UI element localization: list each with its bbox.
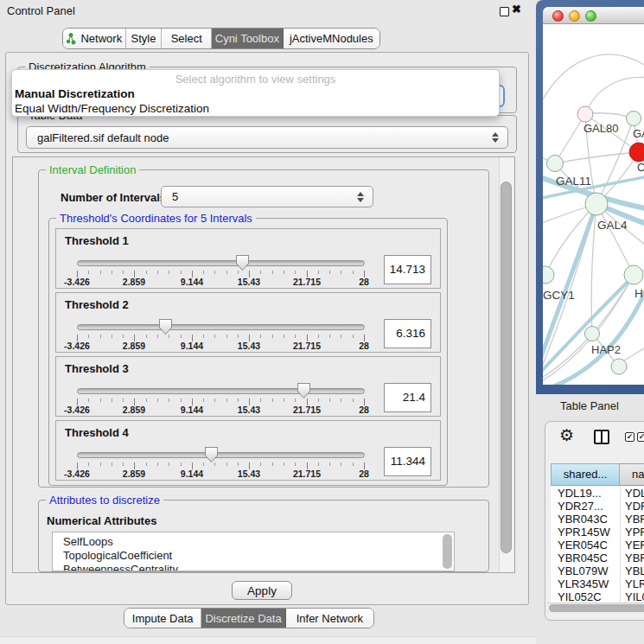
settings-gear-icon[interactable]: ⚙ xyxy=(559,426,574,445)
threshold-1-value-field[interactable]: 14.713 xyxy=(384,255,431,284)
table-row[interactable]: YDL19...YDL1 xyxy=(551,487,644,500)
threshold-2-value-field[interactable]: 6.316 xyxy=(384,319,431,348)
label-gal80: GAL80 xyxy=(583,122,618,135)
dropdown-placeholder: Select algorithm to view settings xyxy=(12,73,499,86)
combo-arrows-icon xyxy=(357,192,364,202)
bottom-divider xyxy=(0,636,536,644)
node-partial-top-right[interactable] xyxy=(627,112,641,126)
node-hap2[interactable] xyxy=(585,327,600,341)
node-gal80[interactable] xyxy=(577,106,593,122)
node-partial-mid-right[interactable] xyxy=(624,265,643,284)
number-of-intervals-combobox[interactable]: 5 xyxy=(161,186,373,207)
group-title: Interval Definition xyxy=(46,163,139,176)
table-row[interactable]: YDR27...YDR2 xyxy=(551,500,644,513)
table-row[interactable]: YBR045CYBR0 xyxy=(551,552,644,564)
threshold-3-box: Threshold 3 -3.426 2.859 9.144 15.43 21.… xyxy=(55,356,441,417)
tab-network-label: Network xyxy=(80,32,122,45)
split-columns-icon[interactable] xyxy=(594,430,609,444)
control-panel-title: Control Panel xyxy=(7,4,75,17)
column-header-name[interactable]: name xyxy=(620,463,644,486)
checkbox-icon-1[interactable]: ✓ xyxy=(625,432,634,442)
threshold-3-slider-track[interactable] xyxy=(77,388,365,394)
apply-button[interactable]: Apply xyxy=(232,581,292,600)
label-gal11: GAL11 xyxy=(556,175,591,188)
control-panel-tabs: Network Style Select Cyni Toolbox jActiv… xyxy=(62,28,380,49)
close-icon[interactable]: ✖ xyxy=(512,3,521,16)
tab-cyni-toolbox[interactable]: Cyni Toolbox xyxy=(212,29,284,48)
node-highlighted-red[interactable] xyxy=(629,143,644,162)
checkbox-icon-2[interactable]: ✓ xyxy=(637,432,644,442)
group-title: Attributes to discretize xyxy=(46,494,163,507)
threshold-4-slider-thumb[interactable] xyxy=(205,447,218,462)
threshold-2-slider-track[interactable] xyxy=(77,324,365,330)
label-partial-top-right: GA xyxy=(633,127,644,140)
table-row[interactable]: YIL052CYIL0 xyxy=(551,590,644,603)
threshold-4-box: Threshold 4 -3.426 2.859 9.144 15.43 21.… xyxy=(55,420,441,481)
number-of-intervals-label: Number of Intervals xyxy=(61,191,166,204)
dropdown-option-equal-width-frequency[interactable]: Equal Width/Frequency Discretization xyxy=(12,101,499,116)
list-item-selfloops[interactable]: SelfLoops xyxy=(53,532,454,549)
threshold-1-slider-track[interactable] xyxy=(77,260,365,266)
scrollpane-vscrollbar-thumb[interactable] xyxy=(501,182,512,553)
table-hscrollbar-thumb[interactable] xyxy=(549,604,644,612)
number-of-intervals-value: 5 xyxy=(162,190,178,203)
label-gcy1: GCY1 xyxy=(543,289,575,302)
threshold-1-slider-thumb[interactable] xyxy=(236,255,249,271)
node-gal4[interactable] xyxy=(585,193,608,215)
table-row[interactable]: YPR145WYPR1 xyxy=(551,526,644,539)
label-partial-mid-right: C xyxy=(637,161,644,174)
network-icon xyxy=(66,33,76,45)
dropdown-option-manual-discretization[interactable]: Manual Discretization xyxy=(12,86,499,101)
tab-jactivemnodules[interactable]: jActiveMNodules xyxy=(284,29,379,48)
node-gal11[interactable] xyxy=(547,156,564,172)
table-row[interactable]: YBR043CYBR0 xyxy=(551,513,644,526)
group-title: Threshold's Coordinates for 5 Intervals xyxy=(56,212,256,225)
node-table: YDL19...YDL1 YDR27...YDR2 YBR043CYBR0 YP… xyxy=(551,487,644,603)
list-item-betweennesscentrality[interactable]: BetweennessCentrality xyxy=(53,563,454,571)
tab-network[interactable]: Network xyxy=(63,29,126,48)
numerical-attributes-list[interactable]: SelfLoops TopologicalCoefficient Between… xyxy=(52,532,455,571)
screen: Control Panel ✖ Network Style Select Cyn… xyxy=(0,0,644,644)
table-data-combobox[interactable]: galFiltered.sif default node xyxy=(26,126,508,149)
network-view-canvas[interactable]: GAL80 GA C GAL11 GAL4 GCY1 H HAP2 xyxy=(543,24,644,385)
tab-select[interactable]: Select xyxy=(162,29,212,48)
threshold-1-box: Threshold 1 -3.426 2.859 9.144 15.43 21.… xyxy=(55,228,441,289)
column-header-shared-name[interactable]: shared... xyxy=(551,463,620,486)
attributes-list-scrollbar-thumb[interactable] xyxy=(443,534,452,569)
table-panel-title: Table Panel xyxy=(560,399,619,412)
list-item-topologicalcoefficient[interactable]: TopologicalCoefficient xyxy=(53,549,454,563)
tab-infer-network[interactable]: Infer Network xyxy=(286,609,373,628)
numerical-attributes-label: Numerical Attributes xyxy=(47,514,156,527)
label-partial-low-right: H xyxy=(634,287,643,300)
threshold-2-box: Threshold 2 -3.426 2.859 9.144 15.43 21.… xyxy=(55,292,441,353)
tab-style[interactable]: Style xyxy=(126,29,163,48)
threshold-4-slider-track[interactable] xyxy=(77,452,365,458)
algorithm-dropdown-popup: Select algorithm to view settings Manual… xyxy=(11,69,500,117)
threshold-4-value-field[interactable]: 11.344 xyxy=(384,447,431,476)
tab-discretize-data[interactable]: Discretize Data xyxy=(201,609,285,628)
label-gal4: GAL4 xyxy=(597,219,628,232)
threshold-3-slider-thumb[interactable] xyxy=(297,383,310,399)
node-bottom-partial[interactable] xyxy=(611,359,627,374)
threshold-3-value-field[interactable]: 21.4 xyxy=(384,383,431,412)
table-data-value: galFiltered.sif default node xyxy=(27,131,169,144)
threshold-2-slider-thumb[interactable] xyxy=(159,319,172,335)
tab-impute-data[interactable]: Impute Data xyxy=(124,609,201,628)
table-row[interactable]: YER054CYER0 xyxy=(551,539,644,552)
traffic-light-close-icon[interactable] xyxy=(552,10,564,22)
table-row[interactable]: YLR345WYLR3 xyxy=(551,577,644,590)
bottom-tabs: Impute Data Discretize Data Infer Networ… xyxy=(124,608,374,628)
node-gcy1[interactable] xyxy=(543,266,554,284)
traffic-light-minimize-icon[interactable] xyxy=(569,10,580,22)
network-graph: GAL80 GA C GAL11 GAL4 GCY1 H HAP2 xyxy=(543,24,644,385)
table-row[interactable]: YBL079WYBL0 xyxy=(551,564,644,577)
combo-arrows-icon xyxy=(492,132,499,143)
label-hap2: HAP2 xyxy=(591,343,621,356)
float-window-icon[interactable] xyxy=(500,7,509,16)
traffic-light-zoom-icon[interactable] xyxy=(585,10,596,22)
